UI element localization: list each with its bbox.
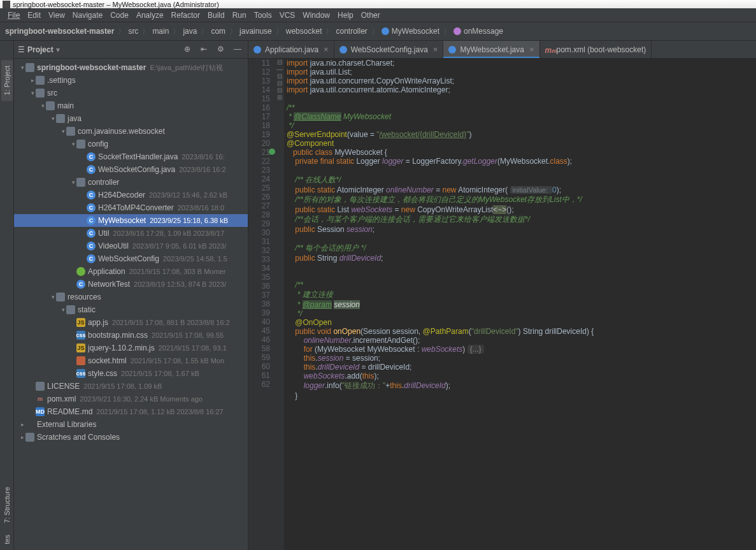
file-icon	[36, 382, 45, 391]
project-tree[interactable]: ▾springboot-websocket-masterE:\java_path…	[14, 59, 248, 550]
tree-label: SocketTextHandler.java	[98, 152, 178, 161]
tree-node[interactable]: mpom.xml2023/9/21 16:30, 2.24 kB Moments…	[14, 393, 248, 405]
crumb[interactable]: controller	[336, 27, 367, 36]
tool-tab-structure[interactable]: 7: Structure	[1, 481, 13, 529]
tree-node[interactable]: ▾resources	[14, 291, 248, 303]
menu-help[interactable]: Help	[334, 10, 357, 21]
java-icon	[87, 242, 96, 250]
tree-node[interactable]: JSjquery-1.10.2.min.js2021/9/15 17:08, 9…	[14, 342, 248, 354]
locate-icon[interactable]: ⊕	[184, 45, 194, 55]
tree-twisty[interactable]: ▾	[70, 141, 76, 147]
editor-tab[interactable]: Application.java×	[248, 41, 334, 58]
tool-tab-project[interactable]: 1: Project	[1, 60, 13, 101]
tree-node[interactable]: ▾springboot-websocket-masterE:\java_path…	[14, 61, 248, 74]
tree-label: static	[78, 305, 96, 314]
tree-node[interactable]: ▾static	[14, 303, 248, 316]
tree-node[interactable]: ▾controller	[14, 176, 248, 189]
tree-twisty[interactable]: ▾	[70, 179, 76, 185]
tree-node[interactable]: ▸External Libraries	[14, 418, 248, 431]
tree-node[interactable]: VideoUtil2023/8/17 9:05, 6.01 kB 2023/	[14, 240, 248, 252]
tree-twisty[interactable]: ▸	[19, 434, 25, 440]
close-icon[interactable]: ×	[529, 45, 534, 54]
tree-twisty[interactable]: ▾	[60, 307, 66, 313]
java-icon	[87, 165, 96, 174]
gear-icon[interactable]: ⚙	[217, 45, 227, 55]
tree-twisty[interactable]: ▾	[19, 64, 25, 71]
tree-twisty[interactable]: ▾	[39, 103, 46, 109]
folder-icon	[46, 101, 55, 110]
collapse-icon[interactable]: ⇤	[201, 45, 211, 55]
tree-node[interactable]: SocketTextHandler.java2023/8/16 16:	[14, 150, 248, 163]
crumb-root[interactable]: springboot-websocket-master	[5, 27, 114, 36]
tree-node[interactable]: MyWebsocket2023/9/25 15:18, 6.38 kB	[14, 214, 248, 227]
tool-tab-favorites[interactable]: tes	[1, 529, 13, 550]
crumb-method[interactable]: onMessage	[453, 27, 503, 36]
tree-node[interactable]: H264Decoder2023/9/12 15:46, 2.62 kB	[14, 189, 248, 201]
menu-edit[interactable]: Edit	[24, 10, 45, 21]
tree-node[interactable]: ▾src	[14, 87, 248, 99]
tree-node[interactable]: WebSocketConfig2023/9/25 14:58, 1.5	[14, 252, 248, 265]
tree-node[interactable]: NetworkTest2023/8/19 12:53, 874 B 2023/	[14, 278, 248, 291]
tree-meta: 2023/9/25 15:18, 6.38 kB	[150, 217, 228, 224]
crumb[interactable]: src	[128, 27, 138, 36]
tree-twisty[interactable]: ▸	[19, 421, 25, 428]
code-body[interactable]: import java.nio.charset.Charset;import j…	[284, 59, 756, 550]
tree-node[interactable]: JSapp.js2021/9/15 17:08, 881 B 2023/8/8 …	[14, 316, 248, 329]
menu-other[interactable]: Other	[357, 10, 384, 21]
menu-vcs[interactable]: VCS	[276, 10, 299, 21]
editor-tab[interactable]: mpom.xml (boot-websocket)	[540, 41, 652, 58]
menu-build[interactable]: Build	[204, 10, 229, 21]
menu-window[interactable]: Window	[299, 10, 334, 21]
tree-twisty[interactable]: ▸	[29, 77, 36, 83]
tree-twisty[interactable]: ▾	[50, 115, 56, 122]
chevron-down-icon[interactable]: ▾	[56, 45, 60, 54]
crumb[interactable]: main	[152, 27, 169, 36]
menu-file[interactable]: File	[4, 10, 24, 21]
tree-label: Scratches and Consoles	[37, 433, 120, 442]
tree-twisty[interactable]: ▾	[60, 128, 66, 134]
close-icon[interactable]: ×	[433, 45, 438, 54]
tree-label: Application	[88, 267, 125, 276]
menu-refactor[interactable]: Refactor	[168, 10, 204, 21]
package-icon	[76, 178, 85, 187]
run-gutter-icon[interactable]	[269, 148, 275, 155]
tree-node[interactable]: MDREADME.md2021/9/15 17:08, 1.12 kB 2023…	[14, 405, 248, 418]
tree-node[interactable]: ▸.settings	[14, 74, 248, 87]
crumb[interactable]: websocket	[286, 27, 322, 36]
crumb[interactable]: javainuse	[239, 27, 272, 36]
editor-tab[interactable]: MyWebsocket.java×	[443, 41, 539, 58]
menu-run[interactable]: Run	[229, 10, 250, 21]
crumb[interactable]: java	[183, 27, 197, 36]
menu-analyze[interactable]: Analyze	[132, 10, 168, 21]
tree-node[interactable]: ▾com.javainuse.websocket	[14, 125, 248, 138]
tree-node[interactable]: cssstyle.css2021/9/15 17:08, 1.67 kB	[14, 367, 248, 380]
tree-node[interactable]: ▾config	[14, 138, 248, 150]
tree-label: jquery-1.10.2.min.js	[88, 344, 155, 352]
tree-node[interactable]: Util2023/8/16 17:28, 1.09 kB 2023/8/17	[14, 227, 248, 240]
tree-node[interactable]: socket.html2021/9/15 17:08, 1.55 kB Mon	[14, 354, 248, 367]
menu-code[interactable]: Code	[106, 10, 132, 21]
menu-navigate[interactable]: Navigate	[69, 10, 106, 21]
tree-meta: 2023/8/16 18:0	[178, 204, 224, 212]
crumb[interactable]: com	[211, 27, 225, 36]
tree-node[interactable]: ▾main	[14, 99, 248, 112]
close-icon[interactable]: ×	[324, 45, 329, 54]
project-view-title[interactable]: Project	[27, 45, 53, 54]
folder-icon	[66, 305, 75, 314]
tree-node[interactable]: cssbootstrap.min.css2021/9/15 17:08, 99.…	[14, 329, 248, 342]
tree-twisty[interactable]: ▾	[29, 90, 36, 96]
tree-node[interactable]: ▸Scratches and Consoles	[14, 431, 248, 444]
tree-node[interactable]: WebSocketConfig.java2023/8/16 16:2	[14, 163, 248, 176]
tree-node[interactable]: ▾java	[14, 112, 248, 125]
tree-node[interactable]: LICENSE2021/9/15 17:08, 1.09 kB	[14, 380, 248, 393]
editor-tab[interactable]: WebSocketConfig.java×	[334, 41, 444, 58]
crumb-class[interactable]: MyWebsocket	[382, 27, 439, 36]
tree-node[interactable]: Application2021/9/15 17:08, 303 B Momer	[14, 265, 248, 278]
hide-icon[interactable]: —	[234, 45, 244, 55]
html-icon	[76, 356, 85, 365]
tree-node[interactable]: H264ToMP4Converter2023/8/16 18:0	[14, 201, 248, 214]
tree-twisty[interactable]: ▾	[50, 294, 56, 300]
gutter-fold[interactable]: ⊟—⊟⊟⊟⊞	[275, 59, 284, 550]
menu-view[interactable]: View	[45, 10, 69, 21]
menu-tools[interactable]: Tools	[250, 10, 276, 21]
